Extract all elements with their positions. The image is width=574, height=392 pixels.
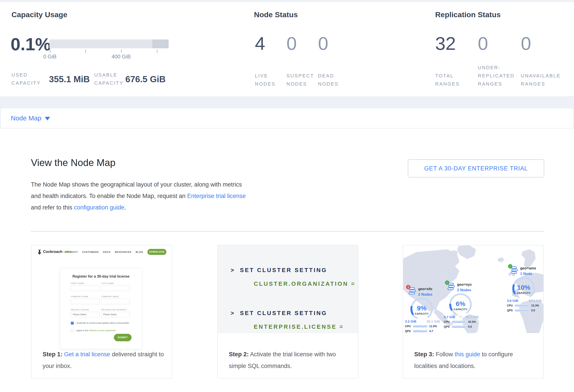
last-name-label: LAST NAME bbox=[101, 282, 114, 284]
capacity-label: CAPACITY bbox=[409, 312, 435, 315]
cpu-row: CPU 11.0% bbox=[405, 325, 443, 328]
chevron-down-icon bbox=[45, 117, 50, 120]
suspect-nodes-label: SUSPECT NODES bbox=[287, 72, 320, 88]
get-trial-license-link[interactable]: Get a trial license bbox=[64, 351, 110, 358]
capacity-label: CAPACITY bbox=[447, 308, 474, 311]
dead-nodes-label: DEAD NODES bbox=[318, 72, 349, 88]
suspect-nodes-stat: 0 SUSPECT NODES bbox=[287, 34, 320, 53]
capacity-label: CAPACITY bbox=[511, 292, 537, 294]
cpu-label: CPU bbox=[444, 320, 452, 323]
cpu-value: 12.3% bbox=[531, 304, 539, 307]
node-map-thumbnail: 1 geo=sfo 2 Nodes 9% CAPACITY 3.2 GiB 35… bbox=[403, 245, 543, 333]
reason-interest-select: Please Select bbox=[101, 312, 130, 317]
total-ranges-label: TOTAL RANGES bbox=[435, 72, 471, 88]
healthy-badge-icon: ✓ bbox=[508, 264, 512, 269]
view-selector-value[interactable]: Node Map bbox=[11, 108, 41, 128]
used-gib: 3.2 GiB bbox=[405, 319, 416, 323]
sql-code-block: >SET CLUSTER SETTING CLUSTER.ORGANIZATIO… bbox=[218, 245, 358, 333]
cpu-sparkline bbox=[413, 325, 428, 328]
under-replicated-ranges-stat: 0 UNDER-REPLICATED RANGES bbox=[478, 34, 526, 53]
cpu-label: CPU bbox=[405, 325, 413, 328]
download-button: DOWNLOAD bbox=[147, 249, 166, 255]
company-name-field bbox=[71, 299, 100, 304]
total-ranges-stat: 32 TOTAL RANGES bbox=[435, 34, 471, 53]
total-gib: 65.7 GiB bbox=[465, 315, 479, 319]
qps-label: QPS bbox=[507, 309, 515, 312]
dead-nodes-stat: 0 DEAD NODES bbox=[318, 34, 349, 53]
configuration-guide-link[interactable]: configuration guide bbox=[74, 204, 124, 211]
sql-arg: CLUSTER.ORGANIZATION = bbox=[254, 280, 355, 287]
cockroach-bug-icon bbox=[37, 249, 42, 255]
trial-site-nav: PRODUCT CUSTOMERS DOCS RESOURCES BLOG DO… bbox=[65, 249, 166, 255]
total-gib: 35.1 GiB bbox=[427, 319, 440, 323]
nav-item-product: PRODUCT bbox=[65, 251, 78, 253]
qps-row: QPS 0.0 bbox=[444, 325, 482, 328]
unavailable-ranges-label: UNAVAILABLE RANGES bbox=[521, 72, 569, 88]
capacity-percent: 6% bbox=[447, 300, 474, 308]
form-title: Register for a 30-day trial license bbox=[60, 274, 142, 279]
description-text: . bbox=[124, 204, 126, 211]
view-selector-bar[interactable]: Node Map bbox=[0, 108, 574, 128]
prompt-icon: > bbox=[231, 310, 235, 316]
axis-tick bbox=[121, 50, 122, 53]
step1-caption: Step 1: Get a trial license delivered st… bbox=[42, 349, 164, 372]
suspect-nodes-value: 0 bbox=[287, 34, 320, 53]
qps-label: QPS bbox=[444, 325, 452, 328]
qps-sparkline bbox=[413, 330, 428, 333]
axis-tick-label-0: 0 GiB bbox=[43, 54, 57, 60]
sql-line: >SET CLUSTER SETTING bbox=[231, 267, 327, 274]
step2-label: Step 2: bbox=[229, 351, 249, 358]
capacity-percent: 9% bbox=[409, 304, 435, 312]
under-replicated-ranges-label: UNDER-REPLICATED RANGES bbox=[478, 63, 526, 88]
axis-tick-label-400: 400 GiB bbox=[112, 54, 131, 60]
first-name-label: FIRST NAME bbox=[71, 282, 84, 284]
get-enterprise-trial-button[interactable]: GET A 30-DAY ENTERPRISE TRIAL bbox=[408, 159, 544, 177]
qps-row: QPS 0.0 bbox=[507, 309, 543, 312]
nav-item-blog: BLOG bbox=[136, 251, 143, 253]
capacity-range: 3.6 GiB 34.4 GiB bbox=[507, 299, 542, 302]
unavailable-ranges-value: 0 bbox=[521, 34, 569, 53]
cluster-overview-page: { "colors": { "accent_blue": "#3b7cf0", … bbox=[0, 0, 574, 392]
under-replicated-ranges-value: 0 bbox=[478, 34, 526, 53]
nav-item-customers: CUSTOMERS bbox=[82, 251, 99, 253]
usable-capacity-value: 676.5 GiB bbox=[125, 74, 165, 84]
enterprise-trial-license-link[interactable]: Enterprise trial license bbox=[187, 193, 246, 199]
nav-item-resources: RESOURCES bbox=[115, 251, 132, 253]
node-status-title: Node Status bbox=[254, 10, 298, 19]
capacity-bar-dark-segment bbox=[152, 39, 169, 48]
last-name-field bbox=[101, 285, 130, 291]
live-nodes-value: 4 bbox=[255, 34, 284, 53]
locality-name: geo=nyc bbox=[457, 282, 472, 287]
nav-item-docs: DOCS bbox=[103, 251, 111, 253]
qps-row: QPS 4.7 bbox=[405, 330, 443, 333]
used-capacity-label: USED CAPACITY bbox=[11, 71, 50, 87]
node-map-promo-section: View the Node Map The Node Map shows the… bbox=[0, 129, 574, 392]
locality-name: geo=ams bbox=[520, 266, 536, 270]
email-optin-text: I would like to receive email updates ab… bbox=[76, 321, 129, 325]
cpu-sparkline bbox=[515, 304, 530, 307]
step1-card: Cockroach LABS PRODUCT CUSTOMERS DOCS RE… bbox=[31, 245, 172, 378]
axis-tick bbox=[85, 50, 86, 53]
this-guide-link[interactable]: this guide bbox=[455, 351, 480, 358]
step3-label: Step 3: bbox=[414, 351, 434, 358]
page-title: View the Node Map bbox=[31, 157, 115, 168]
submit-button: SUBMIT bbox=[114, 334, 132, 341]
capacity-range: 3.7 GiB 65.7 GiB bbox=[444, 315, 479, 319]
capacity-usage-title: Capacity Usage bbox=[11, 10, 67, 19]
prompt-icon: > bbox=[231, 267, 235, 273]
step1-label: Step 1: bbox=[42, 351, 62, 358]
cpu-label: CPU bbox=[507, 304, 515, 307]
axis-tick bbox=[50, 50, 50, 53]
caption-text bbox=[62, 351, 64, 358]
qps-sparkline bbox=[515, 309, 530, 312]
qps-value: 4.7 bbox=[429, 330, 433, 333]
total-gib: 34.4 GiB bbox=[529, 299, 542, 302]
live-nodes-label: LIVE NODES bbox=[255, 72, 284, 88]
qps-sparkline bbox=[452, 325, 466, 328]
capacity-percent: 10% bbox=[511, 284, 537, 291]
reason-interest-label: REASON FOR INTEREST bbox=[101, 309, 127, 311]
step3-caption: Step 3: Follow this guide to configure l… bbox=[414, 349, 536, 372]
cpu-row: CPU 12.3% bbox=[507, 304, 543, 307]
axis-tick bbox=[157, 50, 157, 53]
step2-card: >SET CLUSTER SETTING CLUSTER.ORGANIZATIO… bbox=[217, 245, 358, 378]
